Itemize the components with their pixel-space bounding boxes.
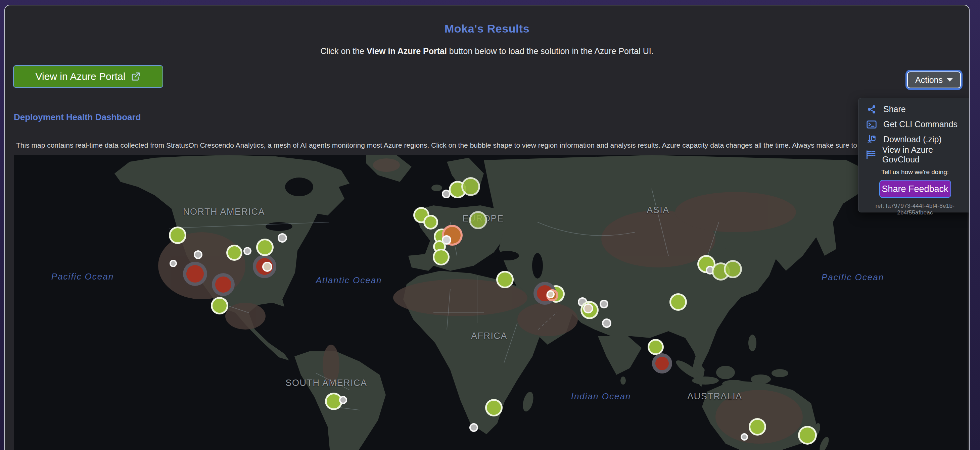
menu-item-label: Share [883,104,906,114]
region-bubble[interactable] [583,303,593,313]
region-bubble[interactable] [226,245,242,261]
dashboard-heading: Deployment Health Dashboard [14,112,141,122]
region-bubble[interactable] [496,271,514,288]
region-bubble[interactable] [211,297,228,315]
section-divider [5,90,969,90]
region-bubble[interactable] [262,262,272,272]
region-bubble[interactable] [243,247,251,255]
region-bubble[interactable] [183,262,207,286]
region-bubble[interactable] [724,260,742,278]
region-bubble[interactable] [256,239,274,256]
region-bubble[interactable] [433,249,450,266]
menu-item-label: Download (.zip) [883,135,942,144]
menu-divider [859,165,970,165]
page-title: Moka's Results [5,22,969,35]
continent-label: SOUTH AMERICA [285,378,367,388]
page-subtitle: Click on the View in Azure Portal button… [5,46,969,56]
region-bubble[interactable] [469,423,478,432]
region-bubble[interactable] [798,426,817,445]
world-map: NORTH AMERICAEUROPEASIAAFRICASOUTH AMERI… [14,155,967,450]
menu-item-label: Get CLI Commands [883,119,958,129]
region-bubble[interactable] [652,353,672,374]
subtitle-text-2: button below to load the solution in the… [447,46,654,56]
region-bubble[interactable] [339,396,347,404]
region-bubble[interactable] [485,399,503,417]
subtitle-text: Click on the [320,46,367,56]
reference-id: ref: fa797973-444f-4bf4-8e1b-2b4f55afbea… [859,203,970,216]
ocean-label: Indian Ocean [571,391,631,402]
region-bubble[interactable] [547,290,555,298]
region-bubble[interactable] [648,339,664,355]
menu-item-view-in-azure-govcloud[interactable]: View in Azure GovCloud [859,147,970,162]
region-bubble[interactable] [741,433,748,440]
share-icon [866,105,877,114]
flag-icon [866,150,876,159]
continent-label: ASIA [647,205,670,215]
actions-dropdown-menu: Share Get CLI Commands [858,98,970,212]
subtitle-bold: View in Azure Portal [367,46,447,56]
actions-dropdown-button[interactable]: Actions [907,72,961,88]
region-bubble[interactable] [169,226,186,244]
region-bubble[interactable] [212,273,235,296]
dashboard-description: This map contains real-time data collect… [16,140,966,151]
region-bubble[interactable] [469,211,487,229]
feedback-prompt: Tell us how we're doing: [859,169,970,176]
region-bubble[interactable] [278,233,287,243]
continent-label: NORTH AMERICA [183,207,265,217]
region-bubble[interactable] [600,300,608,308]
region-bubble[interactable] [423,215,438,229]
share-feedback-button[interactable]: Share Feedback [879,180,951,198]
menu-item-label: View in Azure GovCloud [882,145,964,164]
actions-label: Actions [915,75,943,85]
region-bubble[interactable] [670,293,687,311]
menu-item-get-cli-commands[interactable]: Get CLI Commands [859,117,970,132]
region-bubble[interactable] [461,177,480,196]
region-bubble[interactable] [602,318,611,328]
ocean-label: Pacific Ocean [51,272,114,282]
description-text: This map contains real-time data collect… [16,141,897,149]
region-bubble[interactable] [170,260,177,267]
ocean-label: Pacific Ocean [821,272,884,283]
results-panel: Moka's Results Click on the View in Azur… [4,5,970,450]
menu-item-share[interactable]: Share [859,102,970,117]
terminal-icon [866,120,877,129]
continent-label: AFRICA [471,331,507,341]
chevron-down-icon [947,78,953,81]
view-in-azure-portal-button[interactable]: View in Azure Portal [13,65,163,88]
ocean-label: Atlantic Ocean [316,275,382,286]
view-button-label: View in Azure Portal [36,71,126,82]
region-bubble[interactable] [749,418,766,436]
download-zip-icon [866,135,877,145]
external-link-icon [130,72,141,81]
region-bubble[interactable] [194,250,202,259]
continent-label: AUSTRALIA [687,391,742,402]
